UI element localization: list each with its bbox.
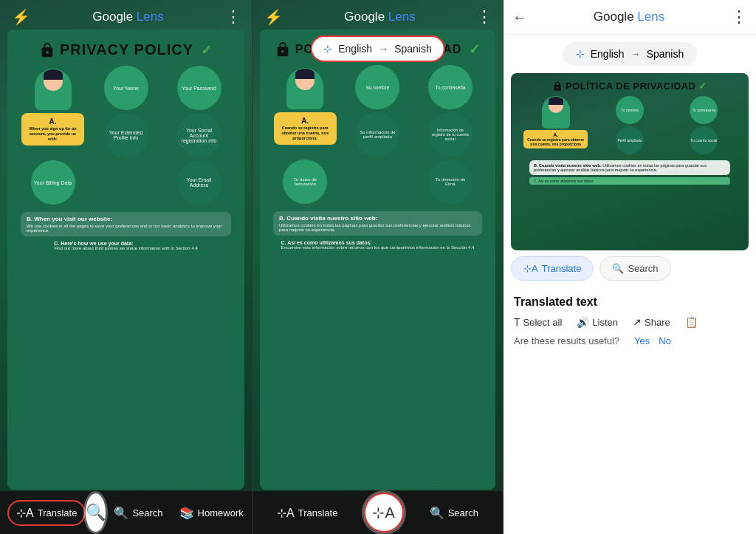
share-button[interactable]: ↗ Share: [633, 316, 670, 328]
left-privacy-title: PRIVACY POLICY ✓: [39, 41, 213, 58]
right-check-icon: ✓: [698, 81, 707, 92]
mid-more-icon[interactable]: ⋮: [476, 7, 492, 27]
left-section-b: B. When you visit our website: We use co…: [21, 212, 231, 236]
left-camera-view: PRIVACY POLICY ✓ Your Name A. When you s…: [0, 0, 252, 534]
mid-circle-facturacion: Tu datos de facturación: [283, 160, 327, 204]
mid-lock-icon: [275, 41, 291, 58]
useful-feedback-row: Are these results useful? Yes No: [514, 335, 746, 346]
right-lock-icon: [552, 81, 563, 92]
yes-button[interactable]: Yes: [634, 335, 650, 346]
right-scroll-area: Translated text T Select all 🔊 Listen ↗ …: [504, 287, 756, 534]
left-top-bar: ⚡ Google Lens ⋮: [0, 0, 252, 34]
right-lang-pill-container: ⊹ English → Spanish: [504, 35, 756, 73]
mid-zha-icon: ⊹A: [372, 504, 394, 521]
mid-circle-contrasena: Tu contraseña: [428, 65, 472, 109]
no-button[interactable]: No: [659, 335, 671, 346]
homework-icon: 📚: [179, 506, 194, 520]
right-privacy-title: POLÍTICA DE PRIVACIDAD ✓: [552, 81, 707, 92]
translated-actions-row: T Select all 🔊 Listen ↗ Share 📋: [514, 316, 746, 328]
right-translate-icon: ⊹: [576, 48, 585, 60]
right-center-col: A. Cuando se registra para obtener una c…: [520, 96, 591, 154]
mid-circle-email: Tu dirección de Eima: [428, 160, 472, 204]
right-hair: [549, 97, 563, 105]
mid-top-bar: ⚡ Google Lens ⋮: [252, 0, 503, 34]
right-yellow-sign: A. Cuando se registra para obtener una c…: [523, 130, 588, 148]
mid-language-pill[interactable]: ⊹ English → Spanish: [310, 35, 445, 62]
right-section-c-bubble: C. Así es como utilizamos sus datos:: [529, 177, 730, 185]
left-section-c: C. Here's how we use your data: Find out…: [48, 239, 203, 252]
select-all-button[interactable]: T Select all: [514, 316, 562, 328]
right-person: [542, 96, 570, 129]
mid-person-head: [295, 71, 315, 90]
circle-your-name: Your Name: [104, 66, 148, 110]
mid-yellow-sign: A. Cuando se registra para obtener una c…: [274, 112, 337, 145]
right-lang-arrow: →: [630, 48, 641, 60]
translated-label: Translated text: [514, 295, 746, 309]
right-circle-contrasena: Tu contraseña: [690, 96, 718, 124]
right-action-tabs: ⊹A Translate 🔍 Search: [504, 250, 756, 287]
mid-camera-view: POLÍTICA DE PRIVACIDAD ✓ Su nombre A. Cu…: [252, 0, 503, 534]
right-tab-translate-icon: ⊹A: [523, 263, 538, 274]
check-icon: ✓: [201, 42, 213, 58]
search-icon: 🔍: [114, 506, 128, 520]
left-bottom-toolbar: ⊹A Translate 🔍 🔍 Search 📚 Homework: [0, 491, 252, 534]
left-more-icon[interactable]: ⋮: [225, 7, 241, 27]
right-app-title: Google Lens: [533, 10, 725, 24]
mid-section-b: B. Cuando visita nuestro sitio web: Util…: [273, 211, 482, 236]
mid-flash-off-icon[interactable]: ⚡: [263, 8, 284, 26]
right-more-button[interactable]: ⋮: [731, 7, 747, 27]
left-lens-button[interactable]: 🔍: [86, 493, 106, 532]
right-circle-cuenta: Tu cuenta social: [690, 126, 718, 154]
circle-profile: Your Extended Profile Info: [104, 113, 148, 157]
right-head: [549, 98, 563, 113]
flash-off-icon[interactable]: ⚡: [10, 8, 31, 26]
right-circle-perfil: Perfil ampliado: [616, 126, 644, 154]
mid-search-icon: 🔍: [430, 506, 444, 520]
mid-center-figure: A. Cuando se registra para obtener una c…: [270, 65, 340, 157]
person-figure: [35, 69, 72, 110]
right-back-button[interactable]: ←: [512, 9, 527, 26]
t-icon: T: [514, 316, 520, 328]
mid-check-icon: ✓: [469, 41, 481, 58]
copy-button[interactable]: 📋: [685, 316, 698, 328]
left-translate-button[interactable]: ⊹A Translate: [7, 500, 86, 526]
right-panel: ← Google Lens ⋮ ⊹ English → Spanish POLÍ…: [504, 0, 756, 534]
search-circle-icon: 🔍: [86, 503, 106, 522]
mid-circle-nombre: Su nombre: [355, 65, 399, 109]
mid-translate-button[interactable]: ⊹A Translate: [269, 501, 346, 525]
translate-icon: ⊹A: [16, 506, 34, 520]
left-search-button[interactable]: 🔍 Search: [106, 501, 171, 525]
left-homework-button[interactable]: 📚 Homework: [171, 501, 252, 525]
right-section-b-bubble: B. Cuando visita nuestro sitio web: Util…: [529, 160, 730, 175]
mid-circle-cuenta: Información de registro de tu cuenta soc…: [428, 112, 472, 157]
right-circle-nombre: Tu nombre: [616, 96, 644, 124]
mid-person-figure: [286, 68, 323, 109]
mid-lens-button[interactable]: ⊹A: [364, 493, 404, 533]
right-img-content: POLÍTICA DE PRIVACIDAD ✓ Tu nombre A. Cu…: [511, 73, 749, 250]
mid-circle-perfil: Su información de perfil ampliado: [355, 112, 399, 157]
right-search-tab[interactable]: 🔍 Search: [599, 256, 670, 281]
mid-privacy-doc: POLÍTICA DE PRIVACIDAD ✓ Su nombre A. Cu…: [260, 30, 495, 490]
circle-your-password: Your Password: [177, 66, 221, 110]
right-language-pill[interactable]: ⊹ English → Spanish: [563, 42, 698, 66]
copy-icon: 📋: [685, 316, 698, 328]
right-translate-tab[interactable]: ⊹A Translate: [511, 256, 594, 281]
person-head: [44, 72, 63, 91]
listen-button[interactable]: 🔊 Listen: [577, 316, 618, 328]
left-panel: ⚡ Google Lens ⋮ PRIVACY POLICY ✓ Your Na…: [0, 0, 252, 534]
mid-translate-icon: ⊹: [323, 43, 332, 55]
mid-app-title: Google Lens: [284, 10, 476, 24]
yellow-sign-box: A. When you sign up for an account, you …: [21, 113, 85, 146]
mid-person-hair: [295, 69, 315, 79]
mid-search-button[interactable]: 🔍 Search: [422, 501, 487, 525]
left-app-title: Google Lens: [31, 10, 225, 24]
right-top-bar: ← Google Lens ⋮: [504, 0, 756, 35]
left-privacy-doc: PRIVACY POLICY ✓ Your Name A. When you s…: [7, 30, 244, 490]
circle-email: Your Email Address: [177, 160, 221, 205]
mid-translate-icon: ⊹A: [277, 506, 295, 520]
lock-icon: [39, 42, 55, 58]
translated-text-section: Translated text T Select all 🔊 Listen ↗ …: [504, 287, 756, 355]
right-image-area: POLÍTICA DE PRIVACIDAD ✓ Tu nombre A. Cu…: [511, 73, 749, 250]
center-figure: A. When you sign up for an account, you …: [18, 66, 88, 157]
mid-panel: ⚡ Google Lens ⋮ ⊹ English → Spanish POLÍ…: [252, 0, 504, 534]
